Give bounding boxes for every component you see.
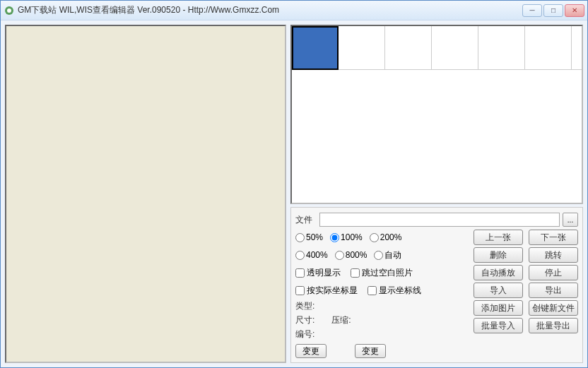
thumbnail[interactable] [385, 26, 432, 70]
thumbnail-strip [290, 25, 583, 204]
change-button-1[interactable]: 变更 [295, 344, 327, 358]
close-button[interactable]: ✕ [565, 4, 584, 17]
check-skip-blank[interactable]: 跳过空白照片 [351, 267, 413, 279]
minimize-button[interactable]: ─ [522, 4, 542, 17]
thumbnail[interactable] [339, 26, 385, 70]
type-label: 类型: [295, 300, 314, 312]
id-row: 编号: [295, 328, 469, 340]
zoom-800[interactable]: 800% [335, 250, 368, 260]
export-button[interactable]: 导出 [529, 283, 578, 298]
change-button-2[interactable]: 变更 [355, 344, 386, 358]
window-title: GM下载站 WIL,WIS查看编辑器 Ver.090520 - Http://W… [18, 4, 522, 16]
prev-button[interactable]: 上一张 [474, 230, 523, 245]
batch-import-button[interactable]: 批量导入 [474, 318, 523, 333]
left-controls: 50% 100% 200% 400% 800% 自动 透明显示 跳过空白照片 [295, 230, 469, 358]
type-row: 类型: [295, 300, 469, 312]
thumbnail-selected[interactable] [292, 26, 339, 70]
check-row-2: 按实际坐标显 显示坐标线 [295, 283, 469, 298]
check-row-1: 透明显示 跳过空白照片 [295, 265, 469, 280]
control-panel: 文件 ... 50% 100% 200% 400% 800% [290, 207, 583, 363]
next-button[interactable]: 下一张 [529, 230, 578, 245]
client-area: 文件 ... 50% 100% 200% 400% 800% [1, 20, 587, 367]
window-controls: ─ □ ✕ [522, 4, 584, 17]
zoom-200[interactable]: 200% [370, 232, 402, 242]
stop-button[interactable]: 停止 [529, 265, 578, 280]
maximize-button[interactable]: □ [543, 4, 563, 17]
file-input[interactable] [319, 213, 560, 227]
compress-label: 压缩: [331, 314, 351, 326]
check-show-coord[interactable]: 显示坐标线 [368, 285, 421, 297]
id-label: 编号: [295, 328, 314, 340]
app-window: GM下载站 WIL,WIS查看编辑器 Ver.090520 - Http://W… [0, 0, 588, 368]
add-image-button[interactable]: 添加图片 [474, 300, 523, 316]
zoom-row-1: 50% 100% 200% [295, 230, 469, 245]
batch-export-button[interactable]: 批量导出 [529, 318, 578, 333]
import-button[interactable]: 导入 [474, 283, 523, 298]
thumbnail-row [292, 26, 582, 70]
thumbnail[interactable] [432, 26, 478, 70]
zoom-400[interactable]: 400% [295, 250, 328, 260]
zoom-100[interactable]: 100% [330, 232, 363, 242]
jump-button[interactable]: 跳转 [529, 247, 578, 263]
change-buttons: 变更 变更 [295, 344, 469, 358]
right-button-area: 上一张 删除 自动播放 导入 添加图片 批量导入 下一张 跳转 停止 导出 [474, 230, 578, 358]
file-row: 文件 ... [295, 212, 578, 227]
button-col-2: 下一张 跳转 停止 导出 创键新文件 批量导出 [529, 230, 578, 358]
new-file-button[interactable]: 创键新文件 [529, 300, 578, 316]
check-transparent[interactable]: 透明显示 [295, 267, 341, 279]
thumbnail[interactable] [525, 26, 572, 70]
right-pane: 文件 ... 50% 100% 200% 400% 800% [290, 25, 583, 363]
zoom-auto[interactable]: 自动 [374, 249, 401, 261]
autoplay-button[interactable]: 自动播放 [474, 265, 523, 280]
thumbnail[interactable] [478, 26, 525, 70]
preview-pane [5, 25, 286, 363]
zoom-50[interactable]: 50% [295, 232, 323, 242]
svg-point-1 [7, 8, 11, 13]
app-icon [4, 5, 15, 16]
titlebar: GM下载站 WIL,WIS查看编辑器 Ver.090520 - Http://W… [1, 1, 587, 20]
check-real-coord[interactable]: 按实际坐标显 [295, 285, 358, 297]
delete-button[interactable]: 删除 [474, 247, 523, 263]
main-columns: 50% 100% 200% 400% 800% 自动 透明显示 跳过空白照片 [295, 230, 578, 358]
button-col-1: 上一张 删除 自动播放 导入 添加图片 批量导入 [474, 230, 523, 358]
size-row: 尺寸: 压缩: [295, 314, 469, 326]
browse-button[interactable]: ... [563, 213, 578, 227]
zoom-row-2: 400% 800% 自动 [295, 247, 469, 263]
size-label: 尺寸: [295, 314, 314, 326]
file-label: 文件 [295, 214, 317, 226]
